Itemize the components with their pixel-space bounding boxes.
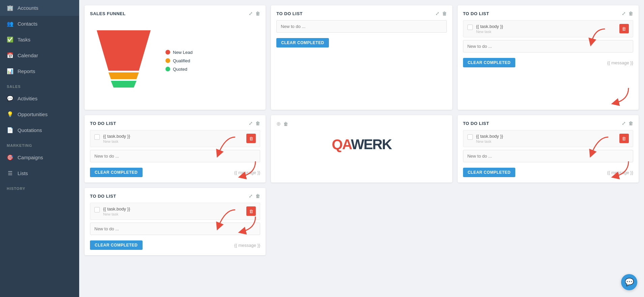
clear-completed-btn-2[interactable]: CLEAR COMPLETED [463,58,516,67]
todo-input-6[interactable] [90,223,260,235]
todo-delete-btn-2[interactable]: 🗑 [619,24,629,33]
sidebar-item-calendar[interactable]: 📅 Calendar [0,47,79,63]
delete-card-icon-4[interactable]: 🗑 [283,121,288,127]
sidebar-item-accounts[interactable]: 🏢 Accounts [0,0,79,16]
drag-icon-4[interactable]: ⊕ [276,121,281,127]
sidebar-item-label: Campaigns [18,155,43,160]
todo-sub-3: New task [103,139,243,143]
qa-logo: QAWERK [332,136,391,152]
todo-delete-btn-5[interactable]: 🗑 [619,134,629,143]
todo-title-2: TO DO LIST [463,11,489,16]
todo-delete-btn-6[interactable]: 🗑 [246,206,256,216]
funnel-legend: New Lead Qualified Quoted [165,50,193,72]
delete-card-icon-6[interactable]: 🗑 [255,193,260,199]
sidebar-item-label: Opportunities [18,111,48,117]
sidebar-item-quotations[interactable]: 📄 Quotations [0,122,79,138]
expand-icon-2[interactable]: ⤢ [622,11,626,16]
legend-qualified: Qualified [165,58,193,63]
sidebar-item-label: Contacts [18,21,37,27]
todo-actions-3: ⤢ 🗑 [249,121,260,126]
message-2: {{ message }} [607,60,633,65]
sales-funnel-card: SALES FUNNEL ⤢ 🗑 N [85,5,266,110]
todo-checkbox-3[interactable] [94,134,100,140]
todo-card-1: TO DO LIST ⤢ 🗑 CLEAR COMPLETED [271,5,452,110]
delete-card-icon-1[interactable]: 🗑 [442,11,447,16]
clear-completed-btn-3[interactable]: CLEAR COMPLETED [90,168,143,177]
todo-card-5: TO DO LIST ⤢ 🗑 {{ task.body }} New task … [458,115,639,183]
legend-dot-red [165,50,170,55]
qa-logo-area: QAWERK [276,131,447,158]
section-marketing: MARKETING [0,138,79,150]
sidebar-item-contacts[interactable]: 👥 Contacts [0,16,79,32]
message-5: {{ message }} [607,170,633,175]
delete-card-icon-2[interactable]: 🗑 [628,11,633,16]
clear-completed-btn-6[interactable]: CLEAR COMPLETED [90,240,143,250]
sidebar-item-lists[interactable]: ☰ Lists [0,165,79,181]
todo-checkbox-5[interactable] [467,134,473,140]
section-sales: SALES [0,79,79,91]
legend-dot-orange [165,58,170,63]
delete-card-icon[interactable]: 🗑 [255,11,260,16]
todo-actions-6: ⤢ 🗑 [249,193,260,199]
lists-icon: ☰ [7,170,13,176]
delete-card-icon-3[interactable]: 🗑 [255,121,260,126]
contacts-icon: 👥 [7,21,13,27]
sidebar-item-activities[interactable]: 💬 Activities [0,91,79,106]
todo-body-3: {{ task.body }} [103,134,243,139]
chat-icon: 💬 [625,278,634,287]
tasks-icon: ✅ [7,36,13,43]
todo-footer-1: CLEAR COMPLETED [276,38,447,47]
todo-footer-6: CLEAR COMPLETED {{ message }} [90,240,260,250]
todo-checkbox-6[interactable] [94,207,100,212]
expand-icon-5[interactable]: ⤢ [622,121,626,126]
todo-body-6: {{ task.body }} [103,206,243,211]
todo-item-2: {{ task.body }} New task 🗑 [463,20,633,37]
sidebar-item-opportunities[interactable]: 💡 Opportunities [0,106,79,122]
svg-marker-1 [109,72,139,79]
main-content: SALES FUNNEL ⤢ 🗑 N [79,0,644,297]
legend-label-qualified: Qualified [173,58,190,63]
todo-card-4: ⊕ 🗑 QAWERK [271,115,452,183]
legend-dot-green [165,67,170,71]
sidebar-item-campaigns[interactable]: 🎯 Campaigns [0,150,79,165]
funnel-chart [90,24,157,98]
sidebar-item-reports[interactable]: 📊 Reports [0,63,79,79]
legend-new-lead: New Lead [165,50,193,55]
expand-icon-6[interactable]: ⤢ [249,193,253,199]
quotations-icon: 📄 [7,127,13,133]
expand-icon[interactable]: ⤢ [249,11,253,16]
card-actions: ⤢ 🗑 [249,11,260,16]
todo-checkbox-2[interactable] [467,25,473,30]
todo-input-1[interactable] [276,20,447,33]
todo-input-2[interactable] [463,40,633,53]
clear-completed-btn-5[interactable]: CLEAR COMPLETED [463,168,516,177]
todo-item-6: {{ task.body }} New task 🗑 [90,203,260,220]
todo-card-6: TO DO LIST ⤢ 🗑 {{ task.body }} New task … [85,188,266,255]
todo-body-5: {{ task.body }} [476,134,616,139]
svg-marker-0 [97,30,151,71]
todo-header-5: TO DO LIST ⤢ 🗑 [463,121,633,126]
todo-item-5: {{ task.body }} New task 🗑 [463,130,633,147]
todo-text-2: {{ task.body }} New task [476,24,616,34]
calendar-icon: 📅 [7,52,13,59]
sidebar-item-label: Reports [18,68,35,74]
todo-title-6: TO DO LIST [90,194,116,199]
todo-title-1: TO DO LIST [276,11,303,16]
sidebar-item-label: Quotations [18,127,42,133]
todo-actions-1: ⤢ 🗑 [435,11,447,16]
chat-bubble[interactable]: 💬 [621,274,637,290]
sales-funnel-title: SALES FUNNEL [90,11,126,16]
delete-card-icon-5[interactable]: 🗑 [628,121,633,126]
todo-delete-btn-3[interactable]: 🗑 [246,134,256,143]
todo-input-5[interactable] [463,150,633,162]
expand-icon-1[interactable]: ⤢ [435,11,439,16]
todo-sub-6: New task [103,212,243,216]
sidebar: 🏢 Accounts 👥 Contacts ✅ Tasks 📅 Calendar… [0,0,79,297]
sidebar-item-tasks[interactable]: ✅ Tasks [0,32,79,47]
todo-footer-2: CLEAR COMPLETED {{ message }} [463,58,633,67]
todo-sub-2: New task [476,30,616,34]
todo-input-3[interactable] [90,150,260,162]
clear-completed-btn-1[interactable]: CLEAR COMPLETED [276,38,329,47]
expand-icon-3[interactable]: ⤢ [249,121,253,126]
sidebar-item-label: Calendar [18,53,38,58]
